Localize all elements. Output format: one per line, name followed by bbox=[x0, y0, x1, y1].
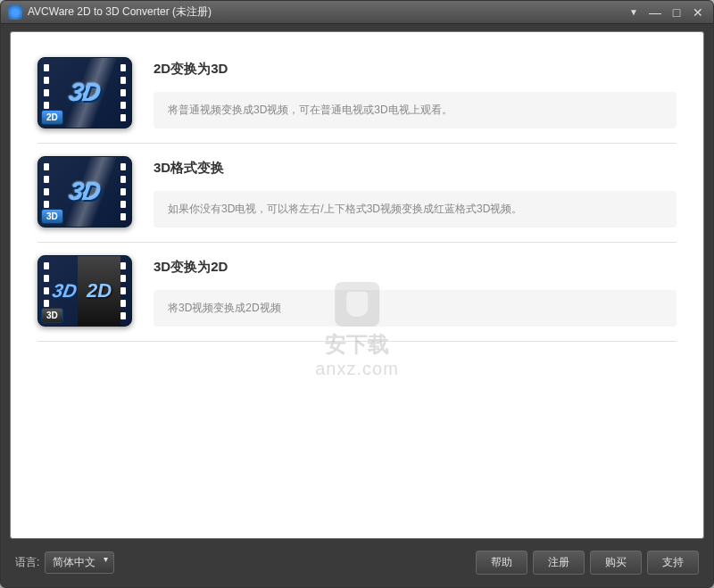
window-title: AVCWare 2D to 3D Converter (未注册) bbox=[28, 4, 626, 20]
divider bbox=[37, 341, 677, 342]
support-button[interactable]: 支持 bbox=[647, 551, 699, 575]
menu-dropdown-icon[interactable]: ▼ bbox=[626, 4, 642, 21]
option-desc: 将3D视频变换成2D视频 bbox=[154, 290, 677, 327]
language-label: 语言: bbox=[15, 555, 39, 570]
window-controls: ▼ — □ ✕ bbox=[626, 4, 706, 21]
option-title: 3D格式变换 bbox=[154, 160, 677, 177]
buy-button[interactable]: 购买 bbox=[590, 551, 642, 575]
icon-2d-to-3d: 3D 2D bbox=[37, 57, 132, 128]
main-content: 3D 2D 2D变换为3D 将普通视频变换成3D视频，可在普通电视或3D电视上观… bbox=[10, 31, 704, 539]
maximize-button[interactable]: □ bbox=[668, 4, 685, 21]
watermark-url: anxz.com bbox=[315, 359, 399, 379]
footer: 语言: 简体中文 帮助 注册 购买 支持 bbox=[10, 544, 704, 580]
option-3d-to-2d[interactable]: 3D 2D 3D 3D变换为2D 将3D视频变换成2D视频 bbox=[37, 255, 677, 327]
option-2d-to-3d[interactable]: 3D 2D 2D变换为3D 将普通视频变换成3D视频，可在普通电视或3D电视上观… bbox=[37, 57, 677, 128]
option-3d-format[interactable]: 3D 3D 3D格式变换 如果你没有3D电视，可以将左右/上下格式3D视频变换成… bbox=[37, 156, 677, 228]
titlebar[interactable]: AVCWare 2D to 3D Converter (未注册) ▼ — □ ✕ bbox=[1, 1, 713, 24]
badge-3d: 3D bbox=[41, 209, 63, 224]
language-select[interactable]: 简体中文 bbox=[45, 551, 114, 574]
app-icon bbox=[8, 5, 22, 20]
minimize-button[interactable]: — bbox=[647, 4, 663, 21]
icon-3d-format: 3D 3D bbox=[37, 156, 132, 228]
option-desc: 如果你没有3D电视，可以将左右/上下格式3D视频变换成红蓝格式3D视频。 bbox=[154, 191, 677, 228]
badge-2d: 2D bbox=[41, 110, 63, 125]
help-button[interactable]: 帮助 bbox=[476, 551, 527, 575]
close-button[interactable]: ✕ bbox=[690, 4, 706, 21]
option-desc: 将普通视频变换成3D视频，可在普通电视或3D电视上观看。 bbox=[154, 92, 677, 128]
app-window: AVCWare 2D to 3D Converter (未注册) ▼ — □ ✕… bbox=[0, 0, 714, 588]
watermark-text: 安下载 bbox=[315, 330, 399, 359]
icon-3d-to-2d: 3D 2D 3D bbox=[37, 255, 132, 327]
divider bbox=[37, 143, 677, 144]
divider bbox=[37, 242, 677, 243]
badge-3d: 3D bbox=[41, 308, 63, 323]
option-title: 2D变换为3D bbox=[154, 61, 677, 78]
option-title: 3D变换为2D bbox=[154, 259, 677, 276]
language-value: 简体中文 bbox=[53, 556, 95, 568]
register-button[interactable]: 注册 bbox=[533, 551, 585, 575]
